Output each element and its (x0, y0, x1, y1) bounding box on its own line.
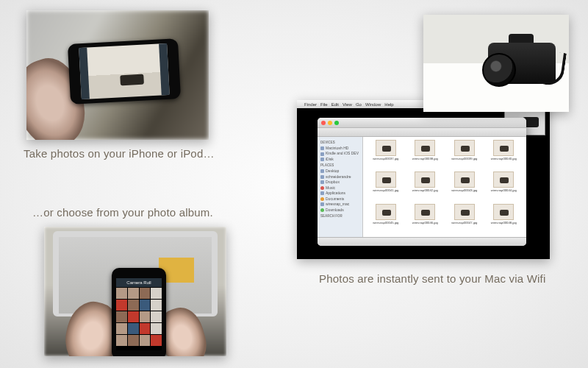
traffic-light-close-icon (321, 121, 326, 125)
file-item: wiresnap00042.jpg (407, 171, 444, 202)
sidebar-item: wiresnap_mac (320, 202, 359, 208)
promo-photo-camera (423, 15, 569, 112)
folder-icon (320, 180, 324, 184)
sidebar-item: Kindle and iOS DEV (320, 151, 359, 157)
file-item: wiresnap00041.jpg (368, 171, 404, 202)
finder-titlebar (318, 118, 526, 128)
file-thumbnail-icon (415, 171, 435, 188)
iphone-device: Camera Roll (112, 268, 166, 356)
file-thumbnail-icon (376, 204, 396, 220)
folder-icon (320, 169, 324, 173)
file-thumbnail-icon (454, 204, 475, 220)
sidebar-header-places: PLACES (320, 163, 359, 169)
viewfinder-subject-icon (120, 74, 144, 86)
sidebar-item: Macintosh HD (320, 146, 359, 152)
promo-photo-album: Camera Roll (44, 227, 226, 356)
file-thumbnail-icon (415, 140, 435, 156)
folder-icon (320, 202, 324, 206)
promo-photo-mac-desktop: Finder File Edit View Go Window Help DEV… (297, 100, 550, 259)
menubar-item: Finder (304, 102, 317, 107)
iphone-device (68, 38, 181, 105)
file-item: wiresnap00038.jpg (407, 140, 444, 170)
file-item: wiresnap00045.jpg (368, 204, 404, 234)
file-thumbnail-icon (376, 171, 396, 188)
file-thumbnail-icon (415, 204, 435, 220)
finder-toolbar (318, 128, 526, 137)
menubar-item: View (343, 102, 352, 107)
file-thumbnail-icon (454, 171, 475, 188)
apps-icon (320, 191, 324, 195)
documents-icon (320, 197, 324, 201)
sidebar-item: iDisk (320, 157, 359, 163)
file-item: wiresnap00043.jpg (446, 171, 483, 202)
file-thumbnail-icon (454, 140, 475, 156)
drive-icon (320, 146, 324, 150)
drive-icon (320, 158, 324, 161)
finder-sidebar: DEVICES Macintosh HD Kindle and iOS DEV … (318, 137, 363, 237)
menubar-item: Window (365, 102, 381, 107)
file-thumbnail-icon (493, 140, 514, 156)
file-item: wiresnap00037.jpg (368, 140, 404, 170)
camera-right-strip (159, 43, 170, 95)
sidebar-item: Documents (320, 197, 359, 202)
finder-file-grid: wiresnap00037.jpg wiresnap00038.jpg wire… (363, 137, 526, 237)
sidebar-item: Downloads (320, 208, 359, 213)
file-thumbnail-icon (493, 204, 514, 220)
menubar-item: Edit (331, 102, 339, 107)
sidebar-item: Dropbox (320, 180, 359, 185)
caption-choose-album: …or choose from your photo album. (32, 206, 213, 219)
downloads-icon (320, 208, 324, 212)
traffic-light-zoom-icon (334, 121, 339, 125)
iphone-camera-viewfinder (79, 43, 169, 99)
file-item: wiresnap00039.jpg (446, 140, 483, 170)
finder-status-bar (318, 237, 526, 246)
drive-icon (320, 152, 324, 156)
sidebar-item: Music (320, 185, 359, 191)
iphone-album-titlebar: Camera Roll (116, 278, 162, 287)
menubar-item: Go (356, 102, 362, 107)
traffic-light-minimize-icon (328, 121, 332, 125)
file-item: wiresnap00044.jpg (486, 171, 523, 202)
file-thumbnail-icon (376, 140, 396, 156)
file-item: wiresnap00040.jpg (486, 140, 523, 170)
promo-photo-take (26, 10, 209, 140)
menubar-item: Help (384, 102, 393, 107)
sidebar-header-search: SEARCH FOR (320, 214, 359, 219)
file-thumbnail-icon (493, 171, 514, 188)
finder-window: DEVICES Macintosh HD Kindle and iOS DEV … (318, 118, 526, 246)
file-item: wiresnap00048.jpg (486, 204, 523, 234)
sidebar-item: Desktop (320, 169, 359, 174)
file-item: wiresnap00046.jpg (407, 204, 444, 234)
iphone-photo-grid (116, 288, 162, 350)
sidebar-item: Applications (320, 191, 359, 197)
camera-lens-icon (482, 53, 516, 87)
caption-sent-to-mac: Photos are instantly sent to your Mac vi… (319, 272, 546, 285)
caption-take-photos: Take photos on your iPhone or iPod… (24, 147, 215, 160)
sidebar-header-devices: DEVICES (320, 141, 359, 146)
music-icon (320, 186, 324, 190)
sidebar-item: schneiderandre (320, 174, 359, 180)
menubar-item: File (320, 102, 328, 107)
home-icon (320, 175, 324, 179)
file-item: wiresnap00047.jpg (446, 204, 483, 234)
